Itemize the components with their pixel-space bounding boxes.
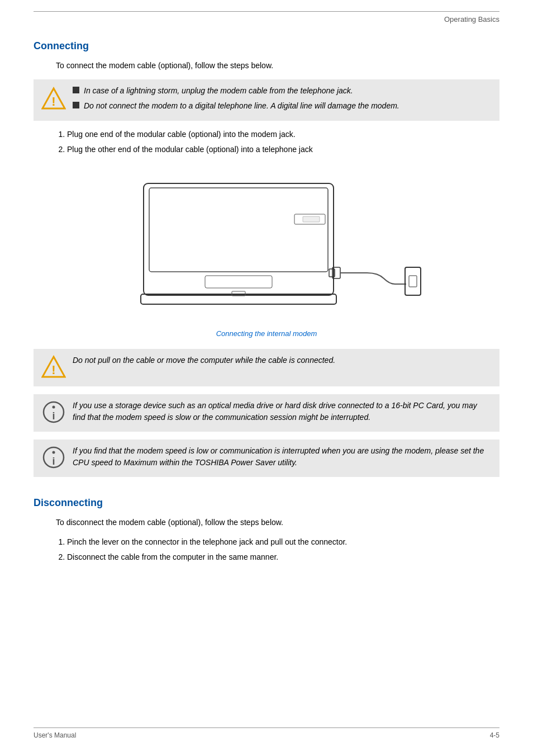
connecting-step-2: Plug the other end of the modular cable …	[67, 144, 499, 155]
bullet-square-2	[73, 102, 79, 108]
warning-icon-wrap: !	[41, 86, 66, 112]
warning-item-2: Do not connect the modem to a digital te…	[73, 100, 492, 112]
header-line	[34, 11, 499, 12]
footer-right: 4-5	[490, 731, 499, 739]
caution-icon-1-wrap: !	[41, 355, 66, 381]
svg-rect-10	[303, 216, 320, 222]
svg-text:!: !	[51, 363, 55, 377]
svg-rect-2	[144, 183, 334, 295]
connecting-step-1: Plug one end of the modular cable (optio…	[67, 129, 499, 140]
svg-point-19	[53, 451, 55, 454]
connecting-intro: To connect the modem cable (optional), f…	[56, 60, 499, 72]
svg-rect-3	[149, 188, 328, 272]
svg-point-16	[53, 406, 55, 409]
caution-1-text: Do not pull on the cable or move the com…	[73, 355, 335, 366]
caution-1: ! Do not pull on the cable or move the c…	[34, 349, 499, 386]
info-box-2: i If you find that the modem speed is lo…	[34, 440, 499, 477]
warning-triangle-icon: !	[41, 86, 66, 111]
bullet-square-1	[73, 87, 79, 93]
connecting-section: Connecting To connect the modem cable (o…	[34, 40, 499, 477]
connecting-title: Connecting	[34, 40, 499, 52]
svg-text:i: i	[52, 456, 55, 467]
footer: User's Manual 4-5	[34, 727, 499, 739]
info-icon-2-wrap: i	[41, 445, 66, 471]
disconnecting-title: Disconnecting	[34, 497, 499, 509]
modem-diagram: Connecting the internal modem	[99, 167, 434, 338]
page: Operating Basics Connecting To connect t…	[0, 0, 533, 756]
warning-items: In case of a lightning storm, unplug the…	[73, 85, 492, 115]
svg-rect-7	[409, 276, 417, 287]
info-box-1: i If you use a storage device such as an…	[34, 394, 499, 432]
svg-rect-11	[205, 276, 272, 288]
connecting-steps: Plug one end of the modular cable (optio…	[67, 129, 499, 155]
disconnecting-step-2: Disconnect the cable from the computer i…	[67, 551, 499, 563]
info-circle-icon-1: i	[41, 400, 66, 424]
info-icon-1-wrap: i	[41, 400, 66, 426]
footer-left: User's Manual	[34, 731, 76, 739]
svg-text:!: !	[51, 94, 55, 108]
disconnecting-intro: To disconnect the modem cable (optional)…	[56, 517, 499, 528]
info-circle-icon-2: i	[41, 445, 66, 470]
disconnecting-section: Disconnecting To disconnect the modem ca…	[34, 497, 499, 563]
modem-diagram-svg	[110, 167, 423, 323]
svg-rect-6	[405, 267, 421, 295]
svg-text:i: i	[52, 410, 55, 422]
info-2-text: If you find that the modem speed is low …	[73, 445, 492, 469]
info-1-text: If you use a storage device such as an o…	[73, 400, 492, 423]
header-section: Operating Basics	[34, 15, 499, 23]
disconnecting-steps: Pinch the lever on the connector in the …	[67, 536, 499, 563]
disconnecting-step-1: Pinch the lever on the connector in the …	[67, 536, 499, 548]
caution-triangle-icon-1: !	[41, 355, 66, 379]
diagram-caption: Connecting the internal modem	[99, 329, 434, 338]
warning-item-1: In case of a lightning storm, unplug the…	[73, 85, 492, 97]
warning-box-multi: ! In case of a lightning storm, unplug t…	[34, 79, 499, 121]
